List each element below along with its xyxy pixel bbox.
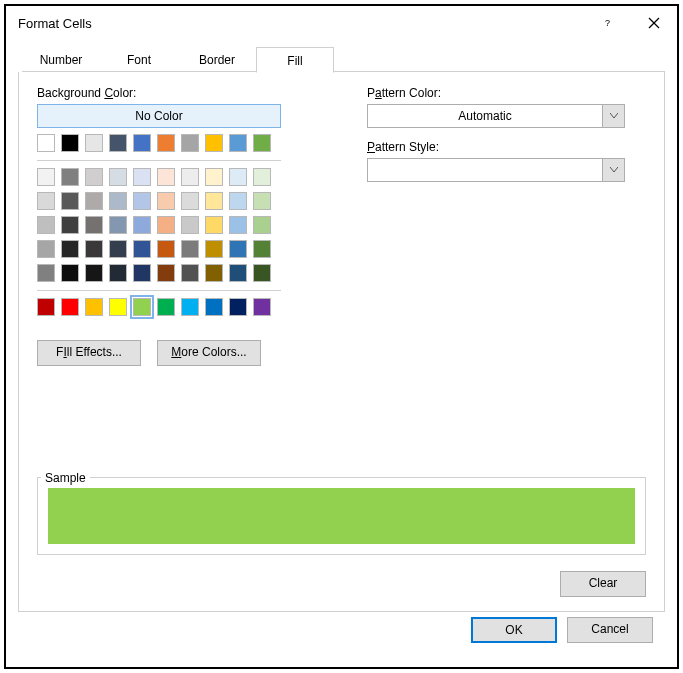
color-swatch[interactable] [133, 298, 151, 316]
color-swatch[interactable] [181, 216, 199, 234]
color-swatch[interactable] [61, 298, 79, 316]
color-swatch[interactable] [109, 192, 127, 210]
color-swatch[interactable] [181, 264, 199, 282]
color-swatch[interactable] [109, 240, 127, 258]
color-swatch[interactable] [181, 134, 199, 152]
no-color-button[interactable]: No Color [37, 104, 281, 128]
dialog-content: NumberFontBorderFill Background Color: N… [18, 46, 665, 655]
tab-number[interactable]: Number [22, 46, 100, 72]
color-swatch[interactable] [85, 134, 103, 152]
color-swatch[interactable] [61, 216, 79, 234]
tab-fill[interactable]: Fill [256, 47, 334, 73]
dialog-footer: OK Cancel [471, 617, 653, 643]
color-swatch[interactable] [205, 240, 223, 258]
color-swatch[interactable] [157, 240, 175, 258]
more-colors-button[interactable]: More Colors... [157, 340, 261, 366]
color-swatch[interactable] [109, 298, 127, 316]
color-swatch[interactable] [37, 264, 55, 282]
background-color-label: Background Color: [37, 86, 337, 100]
color-swatch[interactable] [253, 264, 271, 282]
color-swatch[interactable] [109, 168, 127, 186]
color-swatch[interactable] [133, 168, 151, 186]
theme-shades-grid [37, 168, 281, 288]
color-swatch[interactable] [37, 192, 55, 210]
color-swatch[interactable] [229, 134, 247, 152]
color-swatch[interactable] [133, 216, 151, 234]
sample-group: Sample [37, 463, 646, 555]
titlebar: Format Cells ? [6, 6, 677, 40]
color-swatch[interactable] [85, 168, 103, 186]
pattern-section: Pattern Color: Automatic Pattern Style: [367, 86, 646, 366]
pattern-color-value: Automatic [368, 109, 602, 123]
color-swatch[interactable] [85, 192, 103, 210]
color-swatch[interactable] [85, 240, 103, 258]
color-swatch[interactable] [37, 298, 55, 316]
color-swatch[interactable] [253, 298, 271, 316]
close-button[interactable] [631, 8, 677, 38]
color-swatch[interactable] [205, 134, 223, 152]
color-swatch[interactable] [109, 134, 127, 152]
chevron-down-icon [602, 159, 624, 181]
color-swatch[interactable] [229, 168, 247, 186]
tab-border[interactable]: Border [178, 46, 256, 72]
color-swatch[interactable] [37, 168, 55, 186]
color-swatch[interactable] [229, 240, 247, 258]
color-swatch[interactable] [133, 192, 151, 210]
color-swatch[interactable] [253, 240, 271, 258]
clear-button[interactable]: Clear [560, 571, 646, 597]
color-swatch[interactable] [85, 216, 103, 234]
color-swatch[interactable] [157, 134, 175, 152]
color-swatch[interactable] [109, 264, 127, 282]
color-swatch[interactable] [229, 192, 247, 210]
pattern-style-dropdown[interactable] [367, 158, 625, 182]
color-swatch[interactable] [133, 134, 151, 152]
color-swatch[interactable] [61, 264, 79, 282]
color-swatch[interactable] [205, 298, 223, 316]
color-swatch[interactable] [85, 264, 103, 282]
standard-colors-row [37, 298, 281, 322]
help-button[interactable]: ? [585, 8, 631, 38]
color-swatch[interactable] [157, 168, 175, 186]
color-swatch[interactable] [181, 298, 199, 316]
color-swatch[interactable] [157, 264, 175, 282]
color-swatch[interactable] [253, 192, 271, 210]
color-swatch[interactable] [61, 134, 79, 152]
color-swatch[interactable] [37, 134, 55, 152]
color-swatch[interactable] [181, 240, 199, 258]
color-swatch[interactable] [229, 298, 247, 316]
format-cells-dialog: Format Cells ? NumberFontBorderFill Back… [4, 4, 679, 669]
color-swatch[interactable] [253, 168, 271, 186]
color-swatch[interactable] [181, 168, 199, 186]
color-swatch[interactable] [61, 192, 79, 210]
color-swatch[interactable] [253, 216, 271, 234]
color-swatch[interactable] [253, 134, 271, 152]
color-swatch[interactable] [61, 168, 79, 186]
cancel-button[interactable]: Cancel [567, 617, 653, 643]
color-swatch[interactable] [181, 192, 199, 210]
color-swatch[interactable] [205, 192, 223, 210]
color-swatch[interactable] [157, 298, 175, 316]
fill-pane: Background Color: No Color FIll Effects.… [18, 72, 665, 612]
color-swatch[interactable] [61, 240, 79, 258]
color-swatch[interactable] [85, 298, 103, 316]
pattern-color-dropdown[interactable]: Automatic [367, 104, 625, 128]
divider [37, 290, 281, 291]
color-swatch[interactable] [229, 216, 247, 234]
theme-color-row [37, 134, 281, 158]
tab-font[interactable]: Font [100, 46, 178, 72]
color-swatch[interactable] [205, 216, 223, 234]
color-swatch[interactable] [229, 264, 247, 282]
fill-effects-button[interactable]: FIll Effects... [37, 340, 141, 366]
color-swatch[interactable] [37, 216, 55, 234]
sample-label: Sample [41, 471, 90, 485]
color-swatch[interactable] [205, 264, 223, 282]
pattern-color-label: Pattern Color: [367, 86, 646, 100]
color-swatch[interactable] [133, 264, 151, 282]
color-swatch[interactable] [133, 240, 151, 258]
color-swatch[interactable] [157, 192, 175, 210]
color-swatch[interactable] [37, 240, 55, 258]
color-swatch[interactable] [205, 168, 223, 186]
ok-button[interactable]: OK [471, 617, 557, 643]
color-swatch[interactable] [157, 216, 175, 234]
color-swatch[interactable] [109, 216, 127, 234]
